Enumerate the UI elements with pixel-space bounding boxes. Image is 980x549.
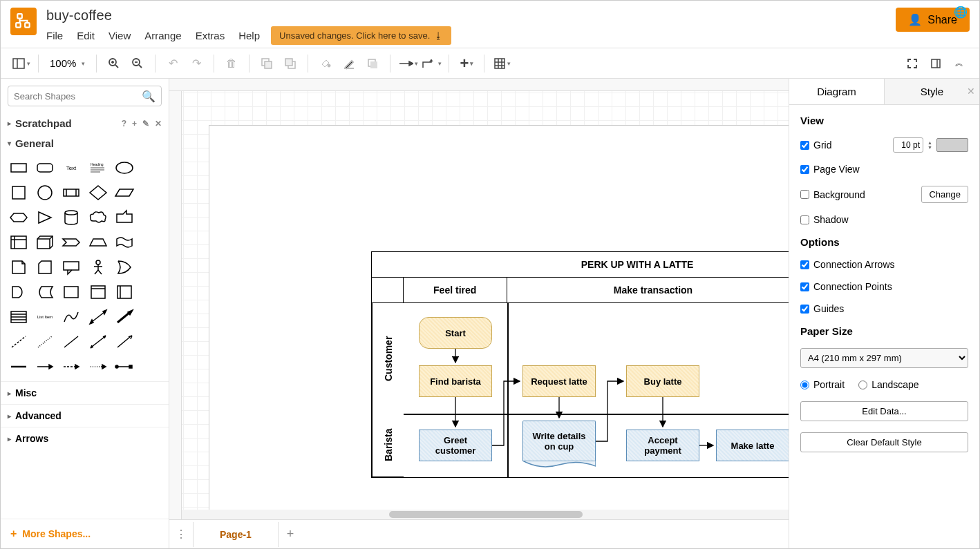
shape-note[interactable]	[6, 256, 31, 279]
zoom-control[interactable]: 100%▾	[46, 57, 89, 69]
shape-data-storage[interactable]	[32, 280, 57, 304]
page-view-checkbox[interactable]: Page View	[800, 164, 968, 175]
shape-list-item[interactable]: List Item	[32, 305, 57, 329]
guides-checkbox[interactable]: Guides	[800, 303, 968, 314]
shape-cloud[interactable]	[86, 206, 111, 229]
shape-link-dot[interactable]	[86, 355, 111, 378]
shadow-button[interactable]	[362, 53, 383, 74]
shape-step[interactable]	[59, 231, 84, 254]
shape-and[interactable]	[6, 280, 31, 304]
shape-link[interactable]	[6, 355, 31, 378]
unsaved-banner[interactable]: Unsaved changes. Click here to save. ⭳	[271, 26, 451, 45]
canvas[interactable]: PERK UP WITH A LATTE Feel tired Make tra…	[169, 79, 789, 519]
swimlane-title[interactable]: PERK UP WITH A LATTE	[372, 252, 789, 278]
more-shapes-button[interactable]: +More Shapes...	[1, 519, 169, 548]
insert-button[interactable]: +▾	[456, 53, 477, 74]
shape-link-dash[interactable]	[59, 355, 84, 378]
general-header[interactable]: ▾General	[1, 133, 169, 153]
shape-hcontainer[interactable]	[112, 280, 137, 304]
waypoint-style-button[interactable]: ▾	[421, 53, 442, 74]
table-button[interactable]: ▾	[491, 53, 512, 74]
shape-curve[interactable]	[59, 305, 84, 329]
document-title[interactable]: buy-coffee	[46, 8, 886, 23]
shape-actor[interactable]	[86, 256, 111, 279]
shape-arrow[interactable]	[112, 305, 137, 329]
collapse-toolbar-button[interactable]: ︽	[949, 53, 970, 74]
swimlane[interactable]: PERK UP WITH A LATTE Feel tired Make tra…	[371, 251, 789, 478]
line-color-button[interactable]	[339, 53, 359, 74]
page-tab-1[interactable]: Page-1	[193, 522, 279, 547]
tab-style[interactable]: Style	[885, 79, 979, 104]
search-input[interactable]	[14, 91, 142, 102]
shape-list[interactable]	[6, 305, 31, 329]
shape-dashed[interactable]	[6, 330, 31, 354]
node-write-details[interactable]: Write details on cup	[522, 421, 596, 470]
shape-callout-rect[interactable]	[112, 206, 137, 229]
close-panel-icon[interactable]: ✕	[967, 86, 975, 97]
conn-arrows-checkbox[interactable]: Connection Arrows	[800, 259, 968, 270]
add-icon[interactable]: +	[132, 119, 137, 128]
close-icon[interactable]: ✕	[155, 119, 162, 128]
node-accept-payment[interactable]: Accept payment	[626, 430, 699, 461]
to-back-button[interactable]	[280, 53, 301, 74]
shape-triangle[interactable]	[32, 206, 57, 229]
shape-dotted[interactable]	[32, 330, 57, 354]
shape-rect[interactable]	[6, 156, 31, 180]
shape-ellipse[interactable]	[112, 156, 137, 180]
app-logo[interactable]	[10, 8, 37, 35]
node-greet-customer[interactable]: Greet customer	[419, 430, 492, 461]
arrows-section[interactable]: ▸Arrows	[1, 427, 169, 450]
shape-link-open[interactable]	[112, 355, 137, 378]
scratchpad-header[interactable]: ▸Scratchpad ?+✎✕	[1, 113, 169, 133]
grid-color-swatch[interactable]	[936, 138, 968, 152]
shape-parallelogram[interactable]	[112, 181, 137, 204]
grid-size-input[interactable]	[893, 137, 923, 153]
shape-search[interactable]: 🔍	[8, 86, 162, 106]
shape-diamond[interactable]	[86, 181, 111, 204]
shape-line[interactable]	[59, 330, 84, 354]
shape-bidir-line[interactable]	[86, 330, 111, 354]
misc-section[interactable]: ▸Misc	[1, 381, 169, 404]
horizontal-scrollbar[interactable]	[182, 510, 789, 519]
shape-container[interactable]	[59, 280, 84, 304]
menu-extras[interactable]: Extras	[196, 30, 225, 41]
background-checkbox[interactable]: Background	[800, 189, 865, 200]
shape-or[interactable]	[112, 256, 137, 279]
shape-bidir-arrow[interactable]	[86, 305, 111, 329]
shape-dir-line[interactable]	[112, 330, 137, 354]
menu-file[interactable]: File	[46, 30, 63, 41]
zoom-in-button[interactable]	[104, 53, 124, 74]
redo-button[interactable]: ↷	[186, 53, 207, 74]
delete-button[interactable]: 🗑	[221, 53, 242, 74]
add-page-button[interactable]: +	[279, 527, 302, 541]
menu-edit[interactable]: Edit	[77, 30, 95, 41]
shape-cube[interactable]	[32, 231, 57, 254]
shape-cylinder[interactable]	[59, 206, 84, 229]
shape-tape[interactable]	[112, 231, 137, 254]
page-tab-menu[interactable]: ⋮	[169, 528, 193, 541]
format-panel-toggle-button[interactable]	[925, 53, 946, 74]
to-front-button[interactable]	[256, 53, 277, 74]
shape-circle[interactable]	[32, 181, 57, 204]
shape-trapezoid[interactable]	[86, 231, 111, 254]
shape-link-thin[interactable]	[32, 355, 57, 378]
grid-size-down[interactable]: ▼	[927, 145, 932, 150]
connection-style-button[interactable]: ▾	[397, 53, 418, 74]
advanced-section[interactable]: ▸Advanced	[1, 404, 169, 427]
grid-size-up[interactable]: ▲	[927, 140, 932, 145]
node-make-latte[interactable]: Make latte	[716, 430, 789, 461]
landscape-radio[interactable]: Landscape	[858, 379, 919, 390]
edit-icon[interactable]: ✎	[142, 119, 149, 128]
shape-hexagon[interactable]	[6, 206, 31, 229]
row-customer[interactable]: Customer	[372, 303, 404, 414]
node-request-latte[interactable]: Request latte	[522, 365, 596, 397]
shape-vcontainer[interactable]	[86, 280, 111, 304]
shape-text[interactable]: Text	[59, 156, 84, 180]
sidebar-toggle-button[interactable]: ▾	[10, 53, 31, 74]
clear-style-button[interactable]: Clear Default Style	[800, 432, 968, 452]
conn-points-checkbox[interactable]: Connection Points	[800, 281, 968, 292]
shape-card[interactable]	[32, 256, 57, 279]
portrait-radio[interactable]: Portrait	[800, 379, 845, 390]
fill-color-button[interactable]	[315, 53, 336, 74]
edit-data-button[interactable]: Edit Data...	[800, 401, 968, 421]
